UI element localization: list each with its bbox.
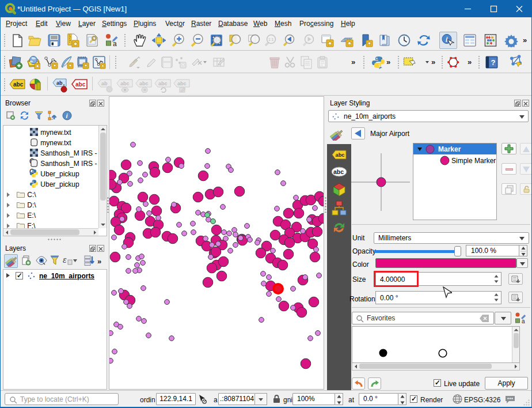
svg-text:1:1: 1:1 — [268, 37, 273, 41]
svg-text:abc: abc — [75, 81, 86, 88]
svg-text:abc: abc — [333, 168, 344, 175]
svg-text:abc: abc — [13, 81, 24, 88]
svg-text:abc: abc — [120, 81, 130, 86]
svg-text:?: ? — [491, 58, 496, 67]
svg-text:a: a — [113, 40, 117, 47]
svg-text:ε: ε — [63, 255, 67, 265]
svg-text:abc: abc — [336, 152, 345, 158]
svg-text:ab: ab — [56, 80, 63, 86]
svg-text:abc: abc — [177, 81, 187, 86]
svg-text:a: a — [522, 318, 525, 324]
svg-text:abc: abc — [158, 81, 168, 86]
svg-text:ab: ab — [101, 81, 108, 86]
svg-text:abc: abc — [139, 81, 149, 86]
